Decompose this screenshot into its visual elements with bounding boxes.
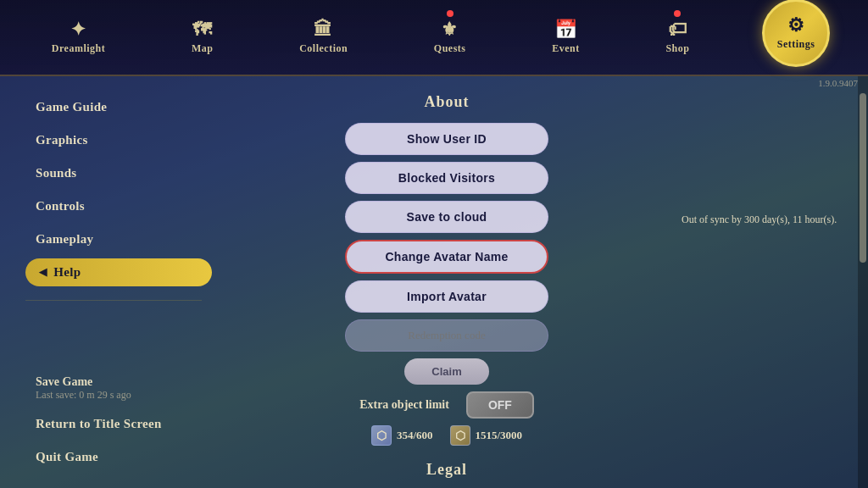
claim-button[interactable]: Claim <box>404 358 489 385</box>
extra-object-section: Extra object limit OFF <box>320 391 574 419</box>
nav-label-quests: Quests <box>434 42 466 55</box>
sidebar-bottom: Save Game Last save: 0 m 29 s ago Return… <box>25 372 212 471</box>
redemption-section: Claim <box>345 319 548 385</box>
nav-item-dreamlight[interactable]: ✦ Dreamlight <box>38 14 119 62</box>
event-icon: 📅 <box>554 20 578 39</box>
main-content: Game Guide Graphics Sounds Controls Game… <box>0 76 868 488</box>
count-value-1: 354/600 <box>397 429 433 442</box>
nav-item-quests[interactable]: ⚜ Quests <box>420 14 480 62</box>
count-icon-1: ⬡ <box>371 425 392 446</box>
save-game-section[interactable]: Save Game Last save: 0 m 29 s ago <box>25 372 212 405</box>
settings-icon: ⚙ <box>787 16 805 35</box>
extra-object-toggle[interactable]: OFF <box>466 391 534 419</box>
import-avatar-button[interactable]: Import Avatar <box>345 280 548 313</box>
version-label: 1.9.0.9407 <box>818 78 858 88</box>
quests-icon: ⚜ <box>441 20 459 39</box>
legal-title: Legal <box>426 461 467 479</box>
shop-notification-dot <box>674 10 681 17</box>
nav-label-shop: Shop <box>665 42 689 55</box>
nav-label-dreamlight: Dreamlight <box>52 42 105 55</box>
save-game-label: Save Game <box>36 375 202 389</box>
sidebar-item-graphics[interactable]: Graphics <box>25 126 212 154</box>
sidebar: Game Guide Graphics Sounds Controls Game… <box>0 76 212 488</box>
change-avatar-name-button[interactable]: Change Avatar Name <box>345 240 548 274</box>
legal-section: Legal Cookies Policy <box>237 454 656 488</box>
sidebar-item-sounds[interactable]: Sounds <box>25 159 212 187</box>
count-item-1: ⬡ 354/600 <box>371 425 433 446</box>
scrollbar-track[interactable] <box>858 76 868 488</box>
show-user-id-button[interactable]: Show User ID <box>345 123 548 155</box>
sidebar-item-return-title[interactable]: Return to Title Screen <box>25 410 212 438</box>
nav-label-collection: Collection <box>299 42 348 55</box>
dreamlight-icon: ✦ <box>70 20 86 39</box>
object-counts: ⬡ 354/600 ⬡ 1515/3000 <box>371 425 522 446</box>
count-icon-2: ⬡ <box>450 425 470 446</box>
redemption-code-input[interactable] <box>345 319 548 352</box>
center-panel: About Show User ID Blocked Visitors Save… <box>212 76 682 488</box>
nav-label-map: Map <box>192 42 214 55</box>
nav-items: ✦ Dreamlight 🗺 Map 🏛 Collection ⚜ Quests… <box>8 8 860 67</box>
nav-item-event[interactable]: 📅 Event <box>538 14 593 62</box>
top-navigation: ✦ Dreamlight 🗺 Map 🏛 Collection ⚜ Quests… <box>0 0 868 76</box>
sidebar-item-gameplay[interactable]: Gameplay <box>25 225 212 253</box>
extra-object-label: Extra object limit <box>359 398 449 412</box>
sidebar-item-controls[interactable]: Controls <box>25 192 212 220</box>
nav-label-settings: Settings <box>777 38 815 51</box>
map-icon: 🗺 <box>192 20 212 39</box>
sidebar-item-help[interactable]: Help <box>25 258 212 286</box>
count-value-2: 1515/3000 <box>476 429 523 442</box>
about-buttons: Show User ID Blocked Visitors Save to cl… <box>345 123 548 313</box>
about-title: About <box>424 93 469 111</box>
nav-item-collection[interactable]: 🏛 Collection <box>286 14 361 62</box>
sync-warning-text: Out of sync by 300 day(s), 11 hour(s). <box>682 212 851 227</box>
quests-notification-dot <box>447 10 453 17</box>
nav-label-event: Event <box>552 42 580 55</box>
collection-icon: 🏛 <box>314 20 333 39</box>
save-to-cloud-button[interactable]: Save to cloud <box>345 201 548 233</box>
nav-item-map[interactable]: 🗺 Map <box>178 14 227 62</box>
nav-item-shop[interactable]: 🏷 Shop <box>652 14 703 62</box>
sidebar-item-quit-game[interactable]: Quit Game <box>25 443 212 471</box>
nav-item-settings[interactable]: ⚙ Settings <box>762 0 830 67</box>
sidebar-divider <box>25 300 202 301</box>
right-panel: Out of sync by 300 day(s), 11 hour(s). <box>682 76 868 488</box>
shop-icon: 🏷 <box>668 20 687 39</box>
count-item-2: ⬡ 1515/3000 <box>450 425 523 446</box>
blocked-visitors-button[interactable]: Blocked Visitors <box>345 162 548 194</box>
last-save-label: Last save: 0 m 29 s ago <box>36 389 202 402</box>
scrollbar-thumb[interactable] <box>860 93 866 263</box>
sidebar-item-game-guide[interactable]: Game Guide <box>25 93 212 121</box>
